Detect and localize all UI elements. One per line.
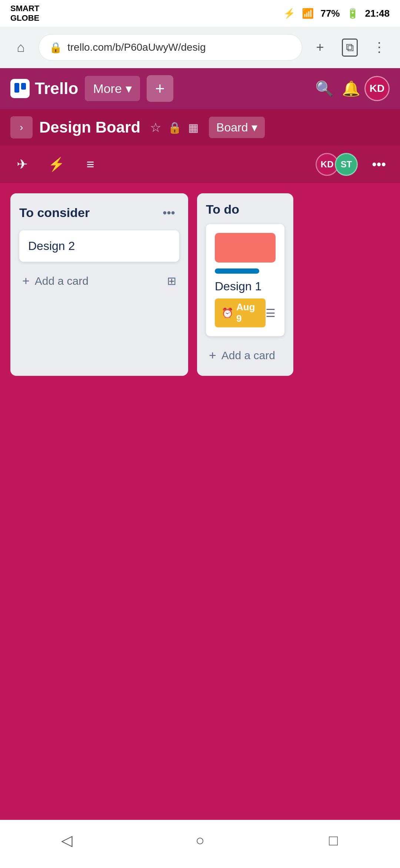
security-icon: 🔒 xyxy=(49,41,62,54)
time-display: 21:48 xyxy=(365,8,390,19)
filter-button[interactable]: ≡ xyxy=(79,153,102,176)
card-design-2[interactable]: Design 2 xyxy=(19,230,179,262)
card-title-design1: Design 1 xyxy=(215,280,261,293)
chevron-right-icon: › xyxy=(20,121,23,133)
add-button[interactable]: + xyxy=(147,75,173,102)
view-label: Board xyxy=(216,121,248,134)
column-to-consider: To consider ••• Design 2 + Add a card ⊞ xyxy=(10,193,188,376)
chevron-down-icon: ▾ xyxy=(126,81,132,96)
clock-icon: ⏰ xyxy=(221,307,233,319)
battery-icon: 🔋 xyxy=(347,8,359,19)
trello-logo-mark xyxy=(13,82,27,95)
carrier-info: SMART GLOBE xyxy=(10,4,39,23)
browser-menu-button[interactable]: ⋮ xyxy=(369,37,390,58)
due-date-text: Aug 9 xyxy=(236,301,259,324)
member-st-initials: ST xyxy=(341,159,352,170)
browser-menu-icon: ⋮ xyxy=(373,40,386,55)
view-chevron-icon: ▾ xyxy=(251,120,257,134)
board-toolbar: ✈ ⚡ ≡ KD ST ••• xyxy=(0,146,400,183)
status-right: ⚡ 📶 77% 🔋 21:48 xyxy=(283,8,390,19)
tabs-button[interactable]: ⧉ xyxy=(339,37,360,58)
trello-logo[interactable]: Trello xyxy=(10,79,78,98)
bell-icon: 🔔 xyxy=(342,80,360,97)
add-icon: + xyxy=(155,79,165,98)
browser-actions: + ⧉ ⋮ xyxy=(310,37,390,58)
add-card-button-to-consider[interactable]: + Add a card ⊞ xyxy=(19,269,179,293)
column-title-to-do: To do xyxy=(206,202,239,217)
sidebar-toggle-button[interactable]: › xyxy=(10,116,33,138)
browser-home-button[interactable]: ⌂ xyxy=(10,37,31,58)
board-header: › Design Board ☆ 🔒 ▦ Board ▾ xyxy=(0,109,400,146)
tabs-icon: ⧉ xyxy=(342,39,358,57)
power-up-button[interactable]: ⚡ xyxy=(44,153,68,176)
board-view-button[interactable]: Board ▾ xyxy=(209,117,265,138)
recents-button[interactable]: □ xyxy=(317,827,350,853)
toolbar-more-button[interactable]: ••• xyxy=(368,157,390,172)
bottom-navigation: ◁ ○ □ xyxy=(0,820,400,868)
column-menu-button-to-consider[interactable]: ••• xyxy=(159,202,179,223)
member-kd-initials: KD xyxy=(321,159,334,170)
square-icon: □ xyxy=(329,832,338,849)
url-bar[interactable]: 🔒 trello.com/b/P60aUwyW/desig xyxy=(39,34,302,61)
checklist-icon: ☰ xyxy=(266,307,276,320)
home-icon: ⌂ xyxy=(17,40,25,55)
automation-button[interactable]: ✈ xyxy=(10,153,34,176)
automation-icon: ✈ xyxy=(17,157,28,172)
home-button[interactable]: ○ xyxy=(183,827,217,853)
add-card-label-to-consider: Add a card xyxy=(35,275,89,287)
bluetooth-icon: ⚡ xyxy=(283,8,295,19)
home-circle-icon: ○ xyxy=(196,832,204,849)
member-avatar-st[interactable]: ST xyxy=(335,153,358,176)
search-button[interactable]: 🔍 xyxy=(311,75,338,102)
add-tab-icon: + xyxy=(316,40,324,55)
member-avatars: KD ST xyxy=(316,153,358,176)
trello-logo-icon xyxy=(10,79,30,98)
carrier-globe: GLOBE xyxy=(10,13,39,23)
back-icon: ◁ xyxy=(61,832,73,849)
status-bar: SMART GLOBE ⚡ 📶 77% 🔋 21:48 xyxy=(0,0,400,27)
board-content: To consider ••• Design 2 + Add a card ⊞ … xyxy=(0,183,400,376)
add-card-plus-icon: + xyxy=(22,274,30,288)
card-footer-design1: ⏰ Aug 9 ☰ xyxy=(215,298,276,327)
card-title-design2: Design 2 xyxy=(28,239,75,253)
card-label-blue xyxy=(215,268,259,274)
back-button[interactable]: ◁ xyxy=(50,827,83,853)
trello-wordmark: Trello xyxy=(35,79,78,98)
browser-bar: ⌂ 🔒 trello.com/b/P60aUwyW/desig + ⧉ ⋮ xyxy=(0,27,400,68)
more-label: More xyxy=(93,81,121,96)
column-title-to-consider: To consider xyxy=(19,206,90,220)
search-icon: 🔍 xyxy=(315,80,334,97)
lightning-icon: ⚡ xyxy=(48,157,65,172)
card-due-date-badge[interactable]: ⏰ Aug 9 xyxy=(215,298,266,327)
column-to-do: To do Design 1 ⏰ Aug 9 ☰ + Add a card xyxy=(197,193,293,376)
user-avatar[interactable]: KD xyxy=(364,76,390,101)
lock-icon: 🔒 xyxy=(168,121,181,134)
board-title: Design Board xyxy=(39,118,140,136)
add-card-label-to-do: Add a card xyxy=(221,349,275,362)
card-cover-bar xyxy=(215,233,276,263)
column-menu-icon: ••• xyxy=(163,206,175,220)
signal-icon: 📶 xyxy=(302,8,314,19)
card-design-1[interactable]: Design 1 ⏰ Aug 9 ☰ xyxy=(206,224,284,336)
user-initials: KD xyxy=(370,83,384,94)
star-button[interactable]: ☆ xyxy=(150,120,161,135)
more-menu-button[interactable]: More ▾ xyxy=(85,76,140,101)
column-header-to-do: To do xyxy=(206,202,284,217)
template-icon[interactable]: ⊞ xyxy=(167,274,176,287)
grid-icon: ▦ xyxy=(188,121,199,134)
add-card-button-to-do[interactable]: + Add a card xyxy=(206,344,284,367)
new-tab-button[interactable]: + xyxy=(310,37,330,58)
column-header-to-consider: To consider ••• xyxy=(19,202,179,223)
battery-percent: 77% xyxy=(320,8,340,19)
notifications-button[interactable]: 🔔 xyxy=(338,75,364,102)
board-empty-area xyxy=(0,376,400,672)
carrier-smart: SMART xyxy=(10,4,39,13)
trello-navbar: Trello More ▾ + 🔍 🔔 KD xyxy=(0,68,400,109)
filter-icon: ≡ xyxy=(86,157,94,172)
add-card-plus-icon-todo: + xyxy=(209,348,216,363)
url-text: trello.com/b/P60aUwyW/desig xyxy=(67,41,206,53)
more-dots-icon: ••• xyxy=(372,157,386,172)
